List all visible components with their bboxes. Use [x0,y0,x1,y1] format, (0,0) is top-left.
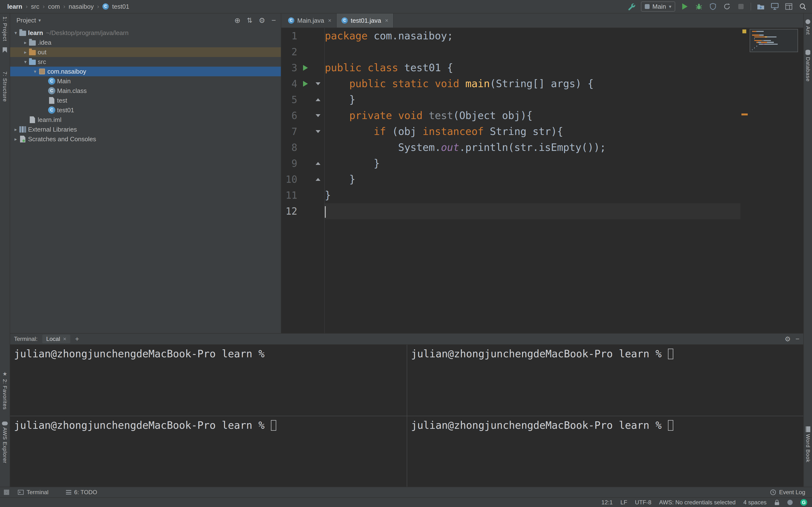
window-layout-icon[interactable] [784,2,793,11]
terminal-pane-1[interactable]: julian@zhongjunchengdeMacBook-Pro learn … [10,345,407,416]
tree-item-learn-iml[interactable]: learn.iml [10,115,281,125]
fold-up-icon[interactable] [316,178,320,181]
profiler-icon[interactable] [723,2,731,11]
code-line[interactable]: } [325,92,741,108]
tree-item-src[interactable]: ▾src [10,57,281,67]
terminal-tab-local[interactable]: Local × [42,335,70,343]
tree-expand-arrow-icon[interactable]: ▸ [12,136,19,142]
run-config-select[interactable]: Main ▾ [641,1,675,12]
close-icon[interactable]: × [328,17,331,24]
code-line[interactable]: } [325,171,741,187]
folder-arrow-icon[interactable] [756,2,765,11]
locate-icon[interactable]: ⊕ [235,16,241,24]
stripe-button-project[interactable]: 1: Project [0,16,10,41]
code-area[interactable]: package com.nasaiboy;public class test01… [325,28,741,333]
breadcrumb-item[interactable]: src [31,3,39,10]
gear-icon[interactable]: ⚙ [785,335,791,343]
fold-up-icon[interactable] [316,162,320,165]
tree-item-out[interactable]: ▸out [10,47,281,57]
stripe-button-aws-explorer[interactable]: AWS Explorer [0,421,10,463]
new-terminal-button[interactable]: + [75,335,79,343]
wrench-icon[interactable] [627,2,636,11]
run-line-icon[interactable] [303,81,308,87]
code-line[interactable]: package com.nasaiboy; [325,28,741,44]
tab-main-java[interactable]: C Main.java × [283,13,337,27]
breadcrumb-item[interactable]: com [48,3,60,10]
terminal-pane-4[interactable]: julian@zhongjunchengdeMacBook-Pro learn … [407,416,803,487]
todo-stripe-button[interactable]: 6: TODO [66,489,97,496]
stripe-button-favorites[interactable]: ★ 2: Favorites [0,371,10,410]
code-line[interactable]: private void test(Object obj){ [325,108,741,124]
tree-collapse-arrow-icon[interactable]: ▾ [32,68,38,74]
tree-item-main[interactable]: CMain [10,76,281,86]
tree-item-learn[interactable]: ▾learn~/Desktop/program/java/learn [10,28,281,38]
stripe-button-ant[interactable]: Ant [804,19,812,35]
code-line[interactable] [325,203,741,219]
caret-position-widget[interactable]: 12:1 [602,499,613,506]
panel-title[interactable]: Project [16,17,36,24]
close-icon[interactable]: × [385,17,388,24]
expand-collapse-icon[interactable]: ⇅ [247,16,252,24]
stripe-button-structure[interactable]: 7: Structure [0,71,10,102]
code-line[interactable]: if (obj instanceof String str){ [325,124,741,139]
minimap[interactable] [750,29,798,52]
fold-down-icon[interactable] [316,130,320,133]
stripe-button-database[interactable]: Database [804,50,812,81]
search-icon[interactable] [799,2,807,11]
fold-down-icon[interactable] [316,114,320,117]
terminal-pane-2[interactable]: julian@zhongjunchengdeMacBook-Pro learn … [407,345,803,416]
line-number: 9 [281,158,299,169]
tree-item-com-nasaiboy[interactable]: ▾com.nasaiboy [10,67,281,76]
breadcrumb-item[interactable]: learn [7,3,22,10]
run-line-icon[interactable] [303,65,308,71]
grammarly-icon[interactable]: G [800,499,807,506]
tree-expand-arrow-icon[interactable]: ▸ [22,40,29,45]
fold-down-icon[interactable] [316,82,320,85]
terminal-pane-3[interactable]: julian@zhongjunchengdeMacBook-Pro learn … [10,416,407,487]
line-separator-widget[interactable]: LF [620,499,627,506]
close-icon[interactable]: × [63,336,66,342]
lock-icon[interactable] [774,499,779,506]
monitor-icon[interactable] [770,2,779,11]
change-stripe-mark[interactable] [742,113,748,115]
tree-collapse-arrow-icon[interactable]: ▾ [22,59,29,65]
code-line[interactable]: public class test01 { [325,60,741,76]
code-line[interactable]: public static void main(String[] args) { [325,76,741,92]
tree-item-main-class[interactable]: CMain.class [10,86,281,96]
breadcrumb-item[interactable]: test01 [112,3,129,10]
event-log-button[interactable]: Event Log [770,489,805,496]
terminal-stripe-button[interactable]: Terminal [18,489,49,496]
stripe-button-word-book[interactable]: Word Book [804,427,812,462]
warning-stripe-mark[interactable] [743,30,746,33]
line-number: 5 [281,94,299,105]
code-line[interactable]: System.out.println(str.isEmpty()); [325,139,741,156]
minimize-icon[interactable]: − [271,16,276,25]
tree-collapse-arrow-icon[interactable]: ▾ [12,30,19,36]
tree-item-scratches-and-consoles[interactable]: ▸Scratches and Consoles [10,134,281,144]
code-line[interactable] [325,44,741,60]
stripe-button-label: Event Log [779,489,805,496]
inspections-icon[interactable] [788,500,793,505]
tree-item-test01[interactable]: Ctest01 [10,105,281,115]
encoding-widget[interactable]: UTF-8 [635,499,651,506]
aws-credentials-widget[interactable]: AWS: No credentials selected [659,499,735,506]
gear-icon[interactable]: ⚙ [259,16,265,24]
minimize-icon[interactable]: − [796,335,800,343]
tab-test01-java[interactable]: C test01.java × [337,13,394,27]
indent-widget[interactable]: 4 spaces [743,499,767,506]
fold-up-icon[interactable] [316,98,320,101]
debug-icon[interactable] [695,2,703,11]
tree-item-external-libraries[interactable]: ▸External Libraries [10,125,281,134]
tool-windows-button[interactable] [4,490,9,495]
tree-item--idea[interactable]: ▸.idea [10,38,281,47]
run-icon[interactable] [680,2,689,11]
editor-right-panel [741,28,803,333]
code-line[interactable]: } [325,187,741,203]
bookmark-icon[interactable] [0,47,10,53]
breadcrumb-item[interactable]: nasaiboy [69,3,94,10]
tree-expand-arrow-icon[interactable]: ▸ [22,49,29,55]
coverage-icon[interactable] [709,2,717,11]
code-line[interactable]: } [325,156,741,171]
tree-item-test[interactable]: test [10,96,281,105]
tree-expand-arrow-icon[interactable]: ▸ [12,126,19,132]
